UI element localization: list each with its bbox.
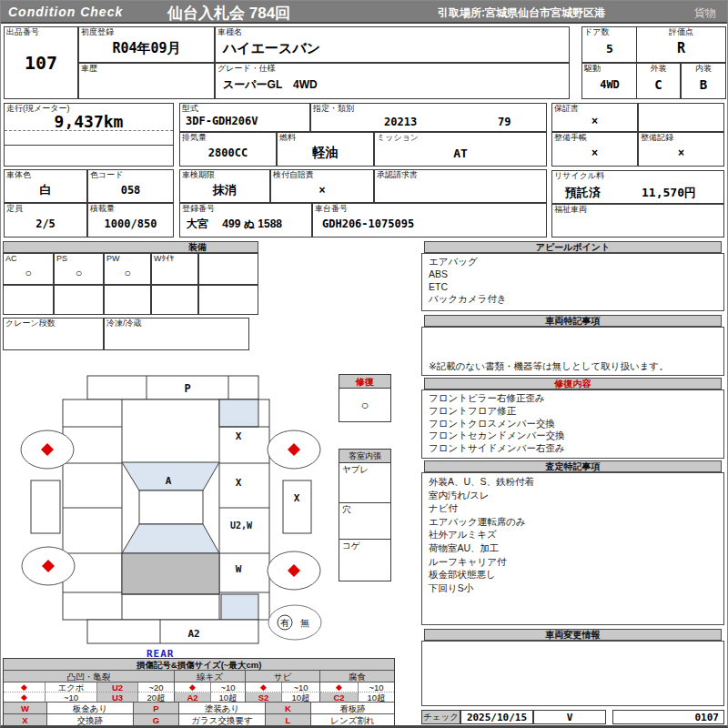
assessment-line: 下回りS小 xyxy=(429,581,717,595)
left-door xyxy=(31,480,60,533)
auction-sheet: Condition Check 仙台入札会 784回 引取場所:宮城県仙台市宮城… xyxy=(0,0,728,728)
capacity: 定員 2/5 xyxy=(4,203,87,238)
legend-symbol-code: X xyxy=(4,714,47,726)
transmission: ミッション AT xyxy=(374,132,547,167)
right-door xyxy=(283,480,311,533)
legend-title: 損傷記号&損傷サイズ(~最大cm) xyxy=(4,659,394,671)
maintenance-book: 整備手帳 × xyxy=(551,132,638,167)
repair-line: フロントピラー右修正歪み xyxy=(429,392,717,405)
rear-window xyxy=(122,524,219,553)
appeal-points: エアバッグ ABS ETC バックカメラ付き xyxy=(421,253,724,311)
lot-number-value: 107 xyxy=(25,52,57,74)
displacement: 排気量 2800CC xyxy=(179,132,277,167)
legend-symbol-desc: 看板跡 xyxy=(311,703,394,714)
insurance: 検付自賠責 × xyxy=(270,169,374,203)
roof xyxy=(139,490,203,524)
legend-symbol-code: P xyxy=(134,703,179,714)
mileage: 走行(現メーター) 9,437km xyxy=(4,103,174,167)
mark-windshield: A xyxy=(166,475,172,487)
mark-right-upper: X xyxy=(236,477,242,489)
rear-bumper xyxy=(87,620,258,643)
legend-cell: 10超 xyxy=(211,693,246,703)
equipment-cell-ac: AC ○ xyxy=(3,253,54,285)
check-label: チェック xyxy=(421,710,460,724)
legend-symbol-code: G xyxy=(134,714,179,726)
header-bar: Condition Check 仙台入札会 784回 引取場所:宮城県仙台市宮城… xyxy=(1,1,728,24)
vehicle-notes-text: ※記載のない書類・機器等は無しとして取り扱います。 xyxy=(429,360,669,373)
mark-rear-bumper: A2 xyxy=(187,628,199,640)
equipment-cell-extra xyxy=(198,253,258,285)
welfare-vehicle: 福祉車両 xyxy=(551,204,724,238)
inspection-expiry: 車検期限 抹消 xyxy=(179,169,270,203)
mark-right-door: X xyxy=(294,492,300,504)
mark-right-front: X xyxy=(236,430,242,442)
legend-symbol-code: K xyxy=(266,703,311,714)
assessment-line: ルーフキャリア付 xyxy=(429,555,717,569)
appeal-points-header: アピールポイント xyxy=(424,241,722,253)
cabin-lining-row: 穴 xyxy=(339,503,390,540)
assessment-line: 外装A、U、S、鉄粉付着 xyxy=(429,475,717,489)
assessment-line: 板金部状態悪し xyxy=(429,568,717,581)
body-color: 車体色 白 xyxy=(4,169,87,203)
exterior-score: 外装 C xyxy=(636,63,681,99)
appeal-line: ABS xyxy=(429,268,717,281)
legend-symbol-code: W xyxy=(4,703,47,714)
legend-cell: S2 xyxy=(246,693,282,703)
plate-number: 登録番号 大宮 499 ぬ 1588 xyxy=(179,203,312,238)
repair-indicator: 修復 ○ xyxy=(339,374,391,422)
dashed-divider xyxy=(5,130,173,131)
sheet-code: 0107 xyxy=(612,710,724,724)
equipment-cell-wtire: Wﾀｲﾔ xyxy=(151,253,198,285)
rear-right-shaded xyxy=(221,594,258,620)
repair-line: フロントサイドメンバー右歪み xyxy=(429,442,717,455)
repair-indicator-mark: ○ xyxy=(339,389,390,421)
drive-type: 駆動 4WD xyxy=(581,63,638,99)
repair-details-header: 修復内容 xyxy=(424,378,722,389)
cabin-lining-header: 客室内張 xyxy=(339,450,390,463)
legend-cell: 10超 xyxy=(282,693,320,703)
first-registration: 初度登録 R04年09月 xyxy=(78,26,215,63)
mark-right-rear: W xyxy=(236,563,242,575)
model-code: 型式 3DF-GDH206V xyxy=(179,103,310,132)
equipment-cell-ps: PS ○ xyxy=(54,253,104,285)
assessment-notes-header: 査定特記事項 xyxy=(424,460,722,472)
repair-line: フロントフロア修正 xyxy=(429,405,717,418)
maintenance-record: 整備記録 × xyxy=(638,132,724,167)
crane-stages: クレーン段数 xyxy=(3,318,104,350)
legend-symbol-desc: 交換跡 xyxy=(47,714,134,726)
repair-indicator-title: 修復 xyxy=(339,375,390,389)
repair-line: フロントセカンドメンバー交換 xyxy=(429,430,717,442)
approval-request: 承認請求書 xyxy=(374,169,547,203)
assessment-line: エアバック運転席のみ xyxy=(429,515,717,529)
pickup-location: 引取場所:宮城県仙台市宮城野区港 xyxy=(438,5,605,21)
cabin-lining: 客室内張 ヤブレ 穴 コゲ xyxy=(339,449,391,581)
warranty-extra xyxy=(638,103,724,132)
cabin-lining-row: ヤブレ xyxy=(339,463,390,503)
equipment-header: 装備 xyxy=(3,241,258,253)
legend-cell: C2 xyxy=(320,693,359,703)
recycle-fee: リサイクル料 預託済 11,570円 xyxy=(551,170,724,204)
legend-cell: エクボ xyxy=(46,682,97,693)
repair-details: フロントピラー右修正歪み フロントフロア修正 フロントクロスメンバー交換 フロン… xyxy=(421,389,724,459)
model-name: 車種名 ハイエースバン xyxy=(215,26,570,63)
inspector-mark: V xyxy=(533,710,606,724)
lot-number: 出品番号 107 xyxy=(4,26,78,99)
change-info xyxy=(421,641,724,706)
legend-symbol-desc: レンズ割れ xyxy=(311,714,394,726)
fuel-type: 燃料 軽油 xyxy=(277,132,374,167)
legend-group-scratch: 線キズ xyxy=(175,671,246,682)
legend-cell: ◆ xyxy=(246,682,282,693)
equipment-cell-empty xyxy=(104,285,151,315)
equipment-cell-empty xyxy=(3,285,54,315)
vehicle-category: 貨物 xyxy=(694,5,716,21)
solid-divider xyxy=(5,145,173,146)
assessment-line: 室内汚れ/スレ xyxy=(429,489,717,502)
right-front-shaded xyxy=(219,399,258,427)
appeal-line: バックカメラ付き xyxy=(429,293,717,306)
vehicle-history: 車歴 xyxy=(78,63,215,99)
assessment-line: ナビ付 xyxy=(429,501,717,515)
equipment-cell-pw: PW ○ xyxy=(104,253,151,285)
legend-cell: A2 xyxy=(175,693,211,703)
legend-cell: ~10 xyxy=(211,682,246,693)
assessment-line: 社外アルミキズ xyxy=(429,528,717,541)
